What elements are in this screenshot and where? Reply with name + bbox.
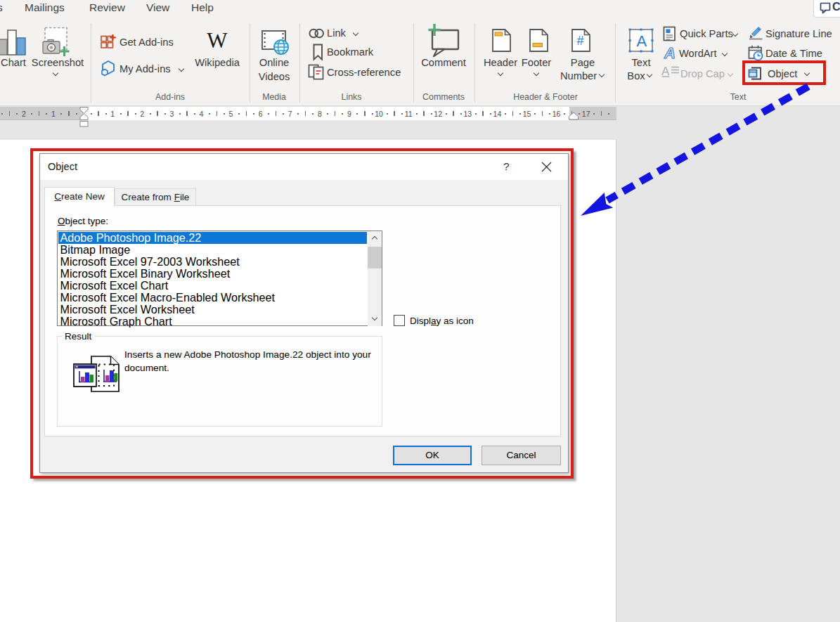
svg-text:#: # [577,34,584,48]
svg-text:A: A [661,65,670,78]
svg-text:A: A [637,32,647,50]
svg-text:A: A [664,44,676,61]
